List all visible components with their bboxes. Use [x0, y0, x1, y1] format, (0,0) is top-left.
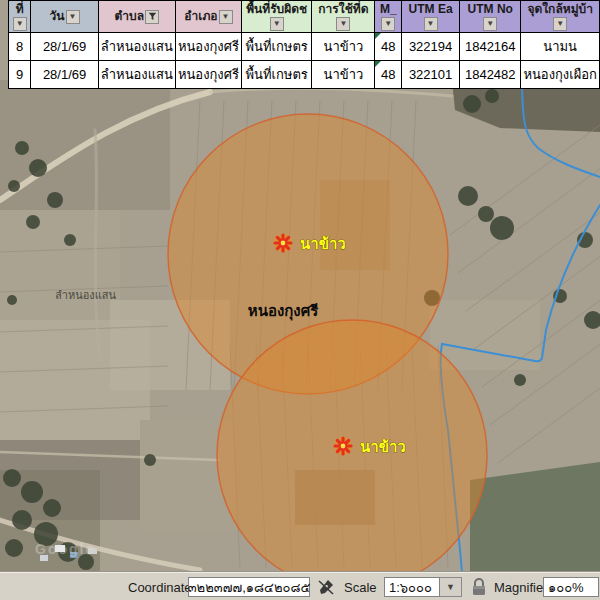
- magnifier-label: Magnifier: [494, 573, 547, 600]
- filter-dropdown-icon[interactable]: ▼: [270, 17, 284, 31]
- table-cell[interactable]: 28/1/69: [31, 33, 98, 61]
- column-header-8: UTM No▼: [460, 1, 521, 33]
- filter-dropdown-icon[interactable]: ▼: [336, 17, 350, 31]
- column-header-9: จุดใกล้หมู่บ้า▼: [521, 1, 600, 33]
- table-cell[interactable]: หนองกุงศรี: [175, 33, 241, 61]
- column-header-6: M_▼: [375, 1, 402, 33]
- filter-dropdown-icon[interactable]: ▼: [424, 17, 438, 31]
- column-header-7: UTM Ea▼: [402, 1, 460, 33]
- table-cell[interactable]: 48: [375, 61, 402, 89]
- table-cell[interactable]: ลำหนองแสน: [98, 61, 175, 89]
- column-header-label: UTM Ea: [409, 3, 453, 16]
- column-header-5: การใช้ที่ด▼: [312, 1, 375, 33]
- point-marker-icon[interactable]: [334, 437, 352, 455]
- filter-dropdown-icon[interactable]: ▼: [483, 17, 497, 31]
- table-cell[interactable]: 322101: [402, 61, 460, 89]
- scale-dropdown-arrow[interactable]: ▼: [440, 577, 462, 597]
- column-header-label: UTM No: [468, 3, 513, 16]
- app-window: นาข้าว นาข้าว หนองกุงศรี ลำหนองแสน Googl…: [0, 0, 600, 600]
- column-header-1: วัน▼: [31, 1, 98, 33]
- filter-active-icon[interactable]: [145, 10, 159, 24]
- column-header-label: M_: [380, 3, 397, 16]
- table-header-row: ที่▼วัน▼ตำบลอำเภอ▼พื้นที่รับผิดช▼การใช้ท…: [9, 1, 600, 33]
- table-cell[interactable]: พื้นที่เกษตร: [241, 61, 311, 89]
- column-header-label: พื้นที่รับผิดช: [246, 3, 307, 16]
- marker-label: นาข้าว: [360, 438, 406, 455]
- table-cell[interactable]: นาข้าว: [312, 33, 375, 61]
- point-marker-icon[interactable]: [274, 234, 292, 252]
- table-row[interactable]: 828/1/69ลำหนองแสนหนองกุงศรีพื้นที่เกษตรน…: [9, 33, 600, 61]
- column-header-3: อำเภอ▼: [175, 1, 241, 33]
- table-cell[interactable]: พื้นที่เกษตร: [241, 33, 311, 61]
- pen-icon[interactable]: [316, 577, 336, 597]
- table-cell[interactable]: นามน: [521, 33, 600, 61]
- column-header-0: ที่▼: [9, 1, 31, 33]
- table-cell[interactable]: 322194: [402, 33, 460, 61]
- column-header-label: ที่: [16, 3, 24, 16]
- table-cell[interactable]: ลำหนองแสน: [98, 33, 175, 61]
- magnifier-input[interactable]: ๑๐๐%: [543, 577, 599, 597]
- scale-label: Scale: [344, 573, 377, 600]
- filter-dropdown-icon[interactable]: ▼: [13, 17, 27, 31]
- table-cell[interactable]: 1842164: [460, 33, 521, 61]
- coordinate-input[interactable]: ๓๒๒๓๗๗,๑๘๔๒๐๘๕: [188, 577, 310, 597]
- table-cell[interactable]: 1842482: [460, 61, 521, 89]
- coordinate-label: Coordinate: [128, 573, 192, 600]
- table-cell[interactable]: นาข้าว: [312, 61, 375, 89]
- column-header-4: พื้นที่รับผิดช▼: [241, 1, 311, 33]
- attribute-table: ที่▼วัน▼ตำบลอำเภอ▼พื้นที่รับผิดช▼การใช้ท…: [8, 0, 600, 89]
- filter-dropdown-icon[interactable]: ▼: [553, 17, 567, 31]
- filter-dropdown-icon[interactable]: ▼: [66, 10, 80, 24]
- village-label: หนองกุงศรี: [248, 302, 319, 321]
- table-cell[interactable]: 28/1/69: [31, 61, 98, 89]
- column-header-label: อำเภอ: [184, 10, 217, 23]
- table-cell[interactable]: 9: [9, 61, 31, 89]
- status-bar: Coordinate ๓๒๒๓๗๗,๑๘๔๒๐๘๕ Scale 1:๖๐๐๐ ▼…: [0, 572, 600, 600]
- scale-input[interactable]: 1:๖๐๐๐: [384, 577, 440, 597]
- marker-label: นาข้าว: [300, 235, 346, 252]
- filter-dropdown-icon[interactable]: ▼: [381, 17, 395, 31]
- stream-label: ลำหนองแสน: [55, 289, 116, 301]
- imagery-watermark: Google: [35, 541, 95, 557]
- column-header-label: การใช้ที่ด: [318, 3, 368, 16]
- lock-icon: [470, 577, 488, 597]
- table-row[interactable]: 928/1/69ลำหนองแสนหนองกุงศรีพื้นที่เกษตรน…: [9, 61, 600, 89]
- filter-dropdown-icon[interactable]: ▼: [219, 10, 233, 24]
- table-cell[interactable]: 48: [375, 33, 402, 61]
- column-header-label: ตำบล: [115, 10, 145, 23]
- column-header-2: ตำบล: [98, 1, 175, 33]
- table-cell[interactable]: 8: [9, 33, 31, 61]
- table-cell[interactable]: หนองกุงเผือก: [521, 61, 600, 89]
- table-cell[interactable]: หนองกุงศรี: [175, 61, 241, 89]
- column-header-label: จุดใกล้หมู่บ้า: [527, 3, 592, 16]
- column-header-label: วัน: [50, 10, 65, 23]
